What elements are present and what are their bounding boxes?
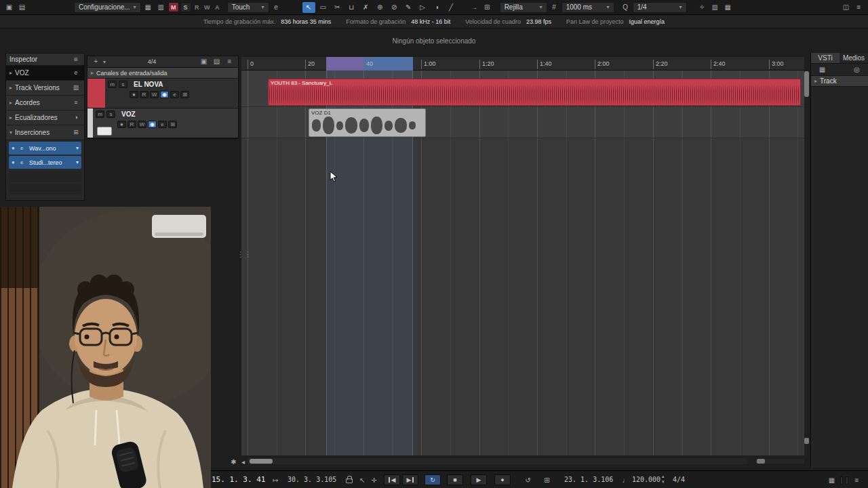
- quantize-hash-icon[interactable]: #: [549, 2, 560, 12]
- pointer-icon[interactable]: ↖: [357, 475, 368, 485]
- track-row-voz[interactable]: m s VOZ ● R W ◉ e ⊞: [87, 108, 238, 138]
- track-name[interactable]: VOZ: [121, 110, 136, 118]
- color-tool[interactable]: ◑: [431, 2, 443, 13]
- lock-icon[interactable]: [346, 479, 353, 483]
- vertical-scroll-thumb[interactable]: [804, 71, 809, 97]
- inspector-section-voz[interactable]: ▸ VOZ e: [6, 66, 84, 81]
- insert-edit-icon[interactable]: e: [20, 145, 26, 151]
- tempo-stepper[interactable]: ▴ ▾: [662, 474, 665, 485]
- audio-event-voz[interactable]: VOZ D1: [309, 108, 426, 137]
- punch-icon[interactable]: ⊞: [541, 475, 553, 485]
- automation-read-button[interactable]: R: [140, 91, 149, 98]
- folder-caret-icon[interactable]: ▸: [91, 70, 94, 76]
- instrument-rack-icon[interactable]: ▦: [816, 64, 828, 75]
- autoscroll-icon[interactable]: →: [469, 2, 480, 12]
- primary-time-display[interactable]: 15. 1. 3. 41: [212, 475, 265, 484]
- mute-button[interactable]: m: [108, 81, 117, 88]
- inspector-section-ecualizadores[interactable]: ▸ Ecualizadores ◑: [6, 110, 84, 125]
- vsti-rack-track-row[interactable]: ▸ Track: [811, 76, 868, 87]
- quantize-preset-dropdown[interactable]: 1/4 ▾: [633, 2, 687, 13]
- edit-channel-icon[interactable]: e: [271, 2, 282, 12]
- stepper-down-icon[interactable]: ▾: [662, 479, 665, 485]
- insert-slot-1[interactable]: ● e Wav...ono ▾: [9, 142, 81, 155]
- insert-edit-icon[interactable]: e: [20, 159, 26, 165]
- goto-previous-marker-button[interactable]: ◀: [384, 474, 400, 485]
- edit-channel-button[interactable]: e: [170, 91, 179, 98]
- secondary-time-display[interactable]: 30. 3. 3.105: [288, 476, 336, 483]
- track-row-el-nova[interactable]: m s EL NOVA ● R W ◉ e ⊞: [87, 79, 238, 108]
- add-track-icon[interactable]: +: [90, 57, 102, 67]
- range-selection-tool[interactable]: ▭: [317, 2, 330, 13]
- glue-tool[interactable]: ⊔: [345, 2, 358, 13]
- insert-slot-empty[interactable]: [9, 171, 81, 182]
- stepper-up-icon[interactable]: ▴: [662, 474, 665, 479]
- automation-write-button[interactable]: W: [138, 121, 146, 128]
- vertical-scrollbar[interactable]: [804, 70, 809, 434]
- automation-write-button[interactable]: W: [150, 91, 159, 98]
- tab-medios[interactable]: Medios: [840, 53, 868, 63]
- mute-button[interactable]: m: [96, 110, 104, 118]
- solo-button[interactable]: s: [106, 110, 115, 118]
- global-mute-button[interactable]: M: [168, 2, 179, 12]
- transport-menu-icon[interactable]: ≡: [851, 475, 863, 485]
- crosshair-icon[interactable]: ✛: [368, 475, 380, 485]
- retrospective-record-icon[interactable]: ↺: [522, 475, 534, 485]
- track-fader-box[interactable]: [97, 127, 112, 136]
- performance-meter-icon[interactable]: ▥: [709, 2, 721, 12]
- tempo-note-icon[interactable]: ♩: [620, 475, 631, 485]
- record-button[interactable]: ●: [494, 474, 511, 485]
- timeline-ruler[interactable]: 0 20 40 1:00 1:20 1:40 2:00 2:20 2:40 3:…: [241, 57, 804, 70]
- vertical-zoom-slider[interactable]: [804, 436, 809, 455]
- automation-mode-dropdown[interactable]: Touch ▾: [227, 2, 269, 13]
- horizontal-zoom-slider[interactable]: [755, 459, 804, 464]
- insert-slot-empty[interactable]: [9, 184, 81, 195]
- edit-channel-icon[interactable]: e: [71, 68, 81, 78]
- io-channels-folder-row[interactable]: ▸ Canales de entrada/salida: [87, 68, 238, 79]
- macros-icon[interactable]: ✧: [696, 2, 708, 12]
- toolbar-options-icon[interactable]: ≡: [853, 2, 865, 12]
- panel-divider-handle[interactable]: ⋮⋮: [237, 252, 242, 257]
- line-tool[interactable]: ╱: [445, 2, 458, 13]
- audio-event-youth[interactable]: YOUTH 83 - Sanctuary_L: [268, 79, 801, 106]
- object-selection-tool[interactable]: ↖: [302, 2, 315, 13]
- track-list-menu-icon[interactable]: ≡: [224, 57, 235, 67]
- inspector-section-inserciones[interactable]: ▾ Inserciones ⊞: [6, 125, 84, 140]
- inspector-menu-icon[interactable]: ≡: [71, 54, 81, 64]
- track-lanes[interactable]: YOUTH 83 - Sanctuary_L VOZ D1: [241, 70, 804, 455]
- automation-suspend-button[interactable]: A: [213, 4, 222, 11]
- track-filter-icon[interactable]: ▾: [103, 59, 106, 65]
- vertical-zoom-thumb[interactable]: [804, 438, 809, 444]
- automation-write-all-button[interactable]: W: [203, 4, 212, 11]
- zoom-tool[interactable]: ⊕: [374, 2, 387, 13]
- goto-next-marker-button[interactable]: ▶: [402, 474, 418, 485]
- track-visibility-icon[interactable]: ▣: [198, 57, 210, 67]
- record-arm-button[interactable]: ●: [130, 91, 138, 98]
- stop-button[interactable]: ■: [447, 474, 463, 485]
- play-button[interactable]: ▶: [471, 474, 487, 485]
- quantize-q-icon[interactable]: Q: [620, 2, 631, 12]
- draw-tool[interactable]: ✎: [402, 2, 415, 13]
- snap-icon[interactable]: ⊞: [481, 2, 493, 12]
- global-solo-button[interactable]: S: [180, 2, 191, 12]
- inspector-section-acordes[interactable]: ▸ Acordes ≡: [6, 96, 84, 110]
- solo-button[interactable]: s: [119, 81, 127, 88]
- split-tool[interactable]: ✂: [331, 2, 344, 13]
- monitor-button[interactable]: ◉: [160, 91, 169, 98]
- project-setup-icon[interactable]: ▦: [142, 2, 154, 12]
- inspector-section-track-versions[interactable]: ▸ Track Versions ▥: [6, 81, 84, 96]
- show-lanes-button[interactable]: ⊞: [180, 91, 189, 98]
- event-display-area[interactable]: 0 20 40 1:00 1:20 1:40 2:00 2:20 2:40 3:…: [241, 57, 804, 455]
- tab-vsti[interactable]: VSTi: [811, 53, 840, 63]
- track-name[interactable]: EL NOVA: [134, 81, 163, 88]
- right-zone-toggle-icon[interactable]: ◫: [840, 2, 852, 12]
- tempo-display[interactable]: 120.000: [632, 476, 660, 483]
- cycle-button[interactable]: ↻: [425, 474, 441, 485]
- automation-read-button[interactable]: R: [127, 121, 136, 128]
- insert-power-icon[interactable]: ●: [12, 145, 18, 151]
- horizontal-scroll-thumb[interactable]: [250, 459, 273, 464]
- erase-tool[interactable]: ✗: [359, 2, 372, 13]
- track-controls-icon[interactable]: ▤: [211, 57, 222, 67]
- workspace-icon[interactable]: ▤: [16, 2, 28, 12]
- midi-keyboard-icon[interactable]: ▦: [826, 475, 837, 485]
- insert-power-icon[interactable]: ●: [12, 159, 18, 165]
